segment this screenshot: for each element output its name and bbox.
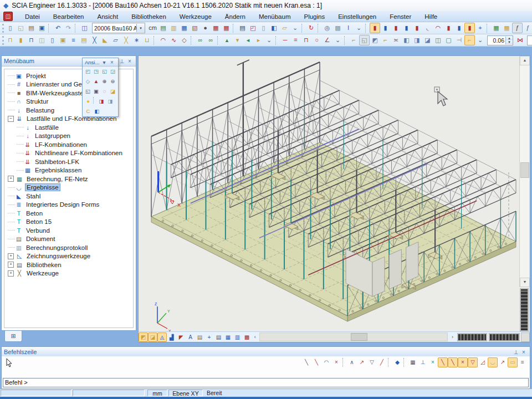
sidebar-item-dokument[interactable]: ▤Dokument bbox=[4, 235, 133, 244]
tree-expander-icon[interactable]: − bbox=[8, 116, 14, 122]
result-table-2-icon[interactable]: ▦ bbox=[221, 23, 232, 33]
geo-angle-icon[interactable]: ∠ bbox=[322, 35, 332, 45]
menu-ansicht[interactable]: Ansicht bbox=[90, 12, 125, 21]
scroll-right-icon[interactable]: › bbox=[449, 334, 456, 340]
close-icon[interactable]: × bbox=[108, 59, 116, 65]
new-column-icon[interactable]: ▮ bbox=[16, 35, 26, 45]
sidebar-item-bibliotheken[interactable]: +▤Bibliotheken bbox=[4, 260, 133, 269]
bezier-member-icon[interactable]: ◟ bbox=[422, 23, 433, 33]
array-member-icon[interactable]: ▸ bbox=[253, 35, 264, 45]
result-table-icon[interactable]: ▦ bbox=[211, 23, 221, 33]
ansicht-toolbar-header[interactable]: Ansi... ▾ × bbox=[83, 58, 118, 66]
document-home-icon[interactable]: ◧ bbox=[269, 23, 279, 33]
hinge-start-icon[interactable]: ◧ bbox=[401, 35, 412, 45]
view-y-icon[interactable]: ◳ bbox=[92, 67, 100, 76]
new-arbitrary-icon[interactable]: ▱ bbox=[110, 35, 121, 45]
cut-members-icon[interactable]: ⋈ bbox=[515, 35, 525, 45]
snap-nearest-icon[interactable]: ↗ bbox=[498, 357, 508, 367]
merge-nodes-icon[interactable]: ▾ bbox=[232, 35, 243, 45]
revert-member-icon[interactable]: ◠ bbox=[433, 23, 443, 33]
select-grid-icon[interactable]: ▩ bbox=[332, 23, 343, 33]
snap-line-icon[interactable]: ╲ bbox=[301, 357, 311, 367]
zoom-selection-icon[interactable]: ◌ bbox=[100, 87, 109, 96]
toolbar-handle-2[interactable] bbox=[2, 36, 4, 45]
sidebar-item-ergebnisklassen[interactable]: ▦Ergebnisklassen bbox=[4, 166, 133, 175]
link-nodes-icon[interactable]: ∞ bbox=[206, 35, 216, 45]
overflow-2-icon[interactable]: ⌄ bbox=[354, 23, 364, 33]
document-app-icon[interactable]: ◫ bbox=[3, 12, 13, 21]
sidebar-item-integriertes-design-forms[interactable]: ≣Integriertes Design Forms bbox=[4, 201, 133, 209]
grid-snap-icon[interactable]: ▦ bbox=[223, 332, 233, 342]
support-door-icon[interactable]: ⌐ bbox=[464, 35, 475, 45]
snap-list-icon[interactable]: ≡ bbox=[518, 357, 528, 367]
snap-line-point-icon[interactable]: ╲ bbox=[311, 357, 321, 367]
status-units[interactable]: mm bbox=[147, 390, 167, 396]
sidebar-item-beton-15[interactable]: TBeton 15 bbox=[4, 218, 133, 227]
zoom-all-icon[interactable]: ▣ bbox=[92, 87, 100, 96]
print-preview-icon[interactable]: ◰ bbox=[248, 23, 258, 33]
support-fixed-icon[interactable]: ⌐ bbox=[349, 35, 359, 45]
zoom-out-icon[interactable]: ⊖ bbox=[109, 77, 117, 86]
close-icon[interactable]: × bbox=[126, 58, 134, 64]
new-beam-icon[interactable]: ⊓ bbox=[5, 35, 16, 45]
zoom-in-icon[interactable]: ⊕ bbox=[100, 77, 109, 86]
snap-plane-icon[interactable]: ▽ bbox=[367, 357, 377, 367]
scale-member-icon[interactable]: ▮ bbox=[443, 23, 454, 33]
move-member-icon[interactable]: ▮ bbox=[370, 23, 380, 33]
geo-line-icon[interactable]: ─ bbox=[280, 35, 290, 45]
sidebar-item-verbund[interactable]: TVerbund bbox=[4, 226, 133, 235]
zoom-scrollbar-vertical[interactable] bbox=[520, 288, 529, 331]
zoom-window-icon[interactable]: ◱ bbox=[84, 87, 92, 96]
redo-icon[interactable]: ↷ bbox=[63, 23, 74, 33]
support-flexible-icon[interactable]: ≍ bbox=[391, 35, 401, 45]
zoom-scrollbar-horizontal-2[interactable] bbox=[489, 333, 520, 341]
overflow-5-icon[interactable]: ⌄ bbox=[264, 35, 274, 45]
sidebar-item-beton[interactable]: TBeton bbox=[4, 209, 133, 218]
decimal-places-spinner[interactable]: 3 ▲ ▼ bbox=[527, 35, 532, 45]
draw-curve-icon[interactable]: ◠ bbox=[158, 35, 168, 45]
geo-offset-icon[interactable]: = bbox=[290, 35, 301, 45]
new-truss-icon[interactable]: ╳ bbox=[89, 35, 100, 45]
pin-icon[interactable]: ⊥ bbox=[512, 349, 520, 355]
tree-expander-icon[interactable]: + bbox=[8, 262, 14, 268]
clipboard-paste-icon[interactable]: ▧ bbox=[190, 23, 200, 33]
spinner-down-icon[interactable]: ▼ bbox=[506, 40, 513, 44]
combo-dropdown-icon[interactable]: ▾ bbox=[136, 24, 145, 32]
results-diagram-icon[interactable]: ▟ bbox=[167, 332, 176, 342]
add-node-icon[interactable]: ▴ bbox=[222, 35, 232, 45]
new-node-icon[interactable]: ∗ bbox=[131, 35, 142, 45]
new-haunch-icon[interactable]: ◣ bbox=[100, 35, 110, 45]
spinner-up-icon[interactable]: ▲ bbox=[506, 37, 513, 40]
save-icon[interactable]: ▣ bbox=[37, 23, 47, 33]
table-run-icon[interactable]: ▦ bbox=[502, 23, 512, 33]
grid-raster-icon[interactable]: ▩ bbox=[242, 332, 252, 342]
table-to-document-icon[interactable]: ▦ bbox=[491, 23, 502, 33]
document-edit-icon[interactable]: ▱ bbox=[279, 23, 290, 33]
view-point-icon[interactable]: ◇ bbox=[84, 77, 92, 86]
save-as-icon[interactable]: ▤ bbox=[26, 23, 37, 33]
open-folder-icon[interactable]: ◱ bbox=[16, 23, 26, 33]
active-window-icon[interactable]: ◫ bbox=[79, 23, 90, 33]
sidebar-item-berechnung-fe-netz[interactable]: +▦Berechnung, FE-Netz bbox=[4, 175, 133, 183]
support-foundation-icon[interactable]: ◫ bbox=[433, 35, 443, 45]
geo-rect-icon[interactable]: ⊓ bbox=[301, 35, 311, 45]
view-save-icon[interactable]: ◪ bbox=[109, 87, 117, 96]
support-hinged-icon[interactable]: ◱ bbox=[359, 35, 370, 45]
zoom-page-icon[interactable]: ◎ bbox=[322, 23, 332, 33]
new-rib-icon[interactable]: ≡ bbox=[68, 35, 79, 45]
model-canvas[interactable]: XZYX bbox=[139, 56, 519, 332]
snap-midpoint-icon[interactable]: ╲ bbox=[448, 357, 458, 367]
layers-icon[interactable]: ▥ bbox=[168, 23, 179, 33]
menu-einstellungen[interactable]: Einstellungen bbox=[331, 12, 383, 21]
snap-off-icon[interactable]: × bbox=[428, 357, 438, 367]
snap-perpendicular-icon[interactable]: ▽ bbox=[468, 357, 478, 367]
sidebar-item-berechnungsprotokoll[interactable]: ▥Berechnungsprotokoll bbox=[4, 243, 133, 252]
regenerate-icon[interactable]: ↻ bbox=[306, 23, 316, 33]
menubaum-tab[interactable]: ⊞ bbox=[4, 331, 22, 342]
menu-datei[interactable]: Datei bbox=[18, 12, 47, 21]
delete-member-icon[interactable]: ▮ bbox=[412, 23, 422, 33]
sidebar-item-lf-kombinationen[interactable]: ⇊LF-Kombinationen bbox=[4, 140, 133, 149]
menu-werkzeuge[interactable]: Werkzeuge bbox=[173, 12, 218, 21]
menu-hilfe[interactable]: Hilfe bbox=[418, 12, 444, 21]
chevron-down-icon[interactable]: ▾ bbox=[100, 59, 108, 65]
